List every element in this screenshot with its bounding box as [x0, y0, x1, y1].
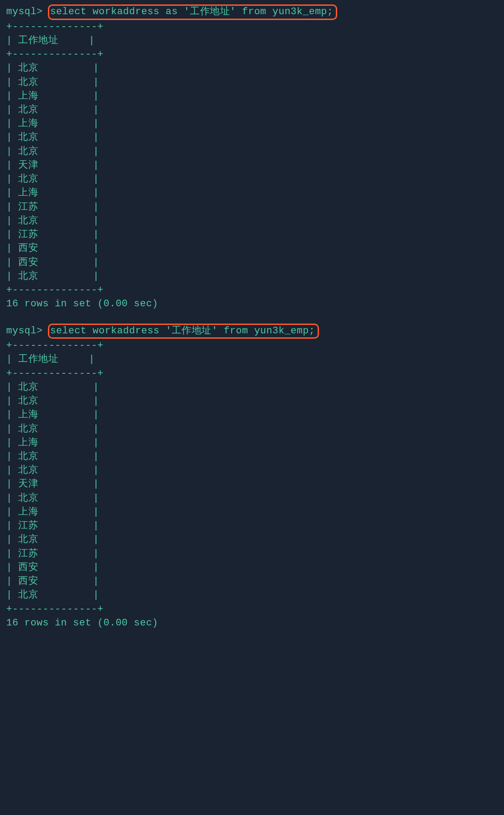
table-header-row: | 工作地址 | [6, 34, 498, 47]
table-row: | 上海 | [6, 186, 498, 200]
table-border: +--------------+ [6, 283, 498, 297]
table-border: +--------------+ [6, 367, 498, 380]
table-row: | 北京 | [6, 103, 498, 117]
table-row: | 上海 | [6, 117, 498, 131]
table-border: +--------------+ [6, 602, 498, 616]
table-row: | 西安 | [6, 574, 498, 588]
query-line-2: mysql> select workaddress '工作地址' from yu… [6, 324, 498, 339]
column-header: 工作地址 [18, 35, 58, 46]
table-row: | 上海 | [6, 505, 498, 519]
result-footer: 16 rows in set (0.00 sec) [6, 616, 498, 630]
table-row: | 北京 | [6, 394, 498, 408]
table-row: | 江苏 | [6, 228, 498, 241]
table-row: | 北京 | [6, 131, 498, 144]
highlighted-query-1: select workaddress as '工作地址' from yun3k_… [48, 4, 337, 20]
table-row: | 天津 | [6, 477, 498, 491]
table-border: +--------------+ [6, 47, 498, 61]
table-row: | 北京 | [6, 533, 498, 546]
result-footer: 16 rows in set (0.00 sec) [6, 297, 498, 311]
table-row: | 北京 | [6, 491, 498, 505]
terminal-output: mysql> select workaddress as '工作地址' from… [0, 0, 504, 639]
table-row: | 北京 | [6, 214, 498, 228]
highlighted-query-2: select workaddress '工作地址' from yun3k_emp… [48, 324, 319, 339]
table-row: | 北京 | [6, 463, 498, 477]
table-row: | 西安 | [6, 241, 498, 255]
table-border: +--------------+ [6, 339, 498, 352]
column-header: 工作地址 [18, 354, 58, 365]
table-row: | 江苏 | [6, 547, 498, 561]
table-row: | 北京 | [6, 61, 498, 75]
table-border: +--------------+ [6, 20, 498, 34]
table-row: | 江苏 | [6, 200, 498, 214]
table-row: | 北京 | [6, 75, 498, 89]
table-row: | 北京 | [6, 145, 498, 158]
table-row: | 天津 | [6, 158, 498, 172]
mysql-prompt: mysql> [6, 325, 43, 336]
table-row: | 北京 | [6, 450, 498, 463]
table-row: | 西安 | [6, 561, 498, 574]
table-row: | 北京 | [6, 380, 498, 394]
table-row: | 上海 | [6, 436, 498, 450]
table-row: | 北京 | [6, 422, 498, 436]
table-row: | 上海 | [6, 89, 498, 103]
query-line-1: mysql> select workaddress as '工作地址' from… [6, 4, 498, 20]
mysql-prompt: mysql> [6, 6, 43, 17]
table-row: | 北京 | [6, 172, 498, 186]
table-header-row: | 工作地址 | [6, 352, 498, 366]
table-row: | 上海 | [6, 408, 498, 422]
table-row: | 江苏 | [6, 519, 498, 533]
table-row: | 北京 | [6, 588, 498, 602]
table-row: | 北京 | [6, 269, 498, 283]
table-row: | 西安 | [6, 256, 498, 269]
